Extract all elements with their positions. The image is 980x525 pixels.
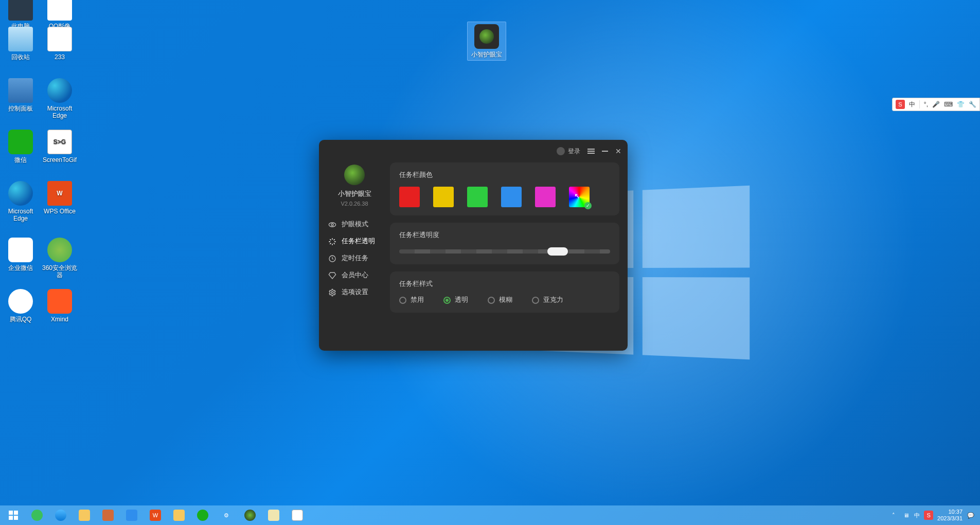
- minimize-button[interactable]: [602, 151, 608, 152]
- swatch-custom[interactable]: ↖ ✓: [569, 187, 590, 207]
- icon-label: Xmind: [51, 316, 68, 323]
- taskbar-app-settings[interactable]: ⚙: [215, 505, 238, 525]
- hamburger-icon: [587, 149, 595, 154]
- ime-floating-bar[interactable]: S 中 °, 🎤 ⌨ 👕 🔧: [892, 98, 980, 111]
- nav-member[interactable]: 会员中心: [324, 267, 385, 284]
- brand: 小智护眼宝 V2.0.26.38: [338, 165, 371, 207]
- nav-eye-mode[interactable]: 护眼模式: [324, 216, 385, 233]
- clock-icon: [328, 255, 336, 263]
- titlebar[interactable]: 登录 ✕: [319, 140, 628, 162]
- icon-label: Microsoft Edge: [1, 208, 40, 223]
- tray-time: 10:37: [937, 509, 963, 515]
- desktop-icon-screentogif[interactable]: S>GScreenToGif: [40, 130, 79, 164]
- desktop-icon-360-browser[interactable]: 360安全浏览器: [40, 238, 79, 279]
- taskbar-app-360[interactable]: [26, 505, 48, 525]
- taskbar-app-blue[interactable]: [120, 505, 143, 525]
- desktop-icon-wechat[interactable]: 微信: [1, 130, 40, 164]
- desktop-icon-wps[interactable]: WWPS Office: [40, 181, 79, 215]
- taskbar-app-wps[interactable]: W: [144, 505, 167, 525]
- taskbar-app-browser[interactable]: [49, 505, 72, 525]
- swatch-red[interactable]: [399, 187, 420, 207]
- desktop-icon-xmind[interactable]: Xmind: [40, 289, 79, 323]
- ime-mic-icon[interactable]: 🎤: [932, 101, 940, 108]
- radio-acrylic[interactable]: 亚克力: [532, 296, 563, 304]
- nav-label: 护眼模式: [342, 220, 368, 229]
- icon-label: 控制面板: [8, 105, 33, 112]
- desktop-icon-recycle-bin[interactable]: 回收站: [1, 27, 40, 61]
- desktop-icon-qq[interactable]: 腾讯QQ: [1, 289, 40, 323]
- login-button[interactable]: 登录: [557, 147, 580, 156]
- ime-keyboard-icon[interactable]: ⌨: [944, 101, 953, 108]
- tray-sogou-icon[interactable]: S: [924, 511, 933, 520]
- icon-label: 微信: [14, 156, 27, 164]
- panel-title: 任务栏样式: [399, 280, 610, 288]
- taskbar-app-doc[interactable]: [262, 505, 285, 525]
- radio-transparent[interactable]: 透明: [443, 296, 468, 304]
- desktop-icon-edge[interactable]: Microsoft Edge: [40, 78, 79, 120]
- windows-icon: [9, 511, 18, 520]
- icon-label: ScreenToGif: [43, 156, 77, 164]
- taskbar-app-explorer[interactable]: [73, 505, 96, 525]
- taskbar-app-window[interactable]: [286, 505, 309, 525]
- nav-label: 会员中心: [342, 271, 368, 280]
- panel-style: 任务栏样式 禁用 透明 模糊: [390, 271, 619, 313]
- gear-icon: [328, 288, 336, 297]
- taskbar-app-wechat[interactable]: [191, 505, 214, 525]
- radio-dot-icon: [443, 297, 451, 304]
- svg-point-1: [331, 224, 333, 226]
- app-name: 小智护眼宝: [338, 189, 371, 198]
- icon-label: 企业微信: [8, 264, 33, 271]
- swatch-yellow[interactable]: [433, 187, 454, 207]
- taskbar-app-eyecare[interactable]: [239, 505, 261, 525]
- avatar-icon: [557, 147, 565, 155]
- desktop-icon-control-panel[interactable]: 控制面板: [1, 78, 40, 112]
- icon-label: 小智护眼宝: [471, 51, 502, 58]
- taskbar-app-image[interactable]: [97, 505, 119, 525]
- ime-lang[interactable]: 中: [909, 100, 915, 109]
- icon-label: 腾讯QQ: [10, 316, 32, 323]
- start-button[interactable]: [2, 505, 25, 525]
- icon-label: WPS Office: [44, 208, 76, 215]
- tray-chevron-up-icon[interactable]: ˄: [889, 511, 898, 519]
- tray-clock[interactable]: 10:37 2023/3/31: [937, 509, 963, 521]
- swatch-green[interactable]: [467, 187, 488, 207]
- ime-punct-icon[interactable]: °,: [924, 101, 928, 108]
- nav-label: 定时任务: [342, 254, 368, 263]
- radio-dot-icon: [532, 297, 539, 304]
- menu-button[interactable]: [587, 149, 595, 154]
- desktop-icon-edge2[interactable]: Microsoft Edge: [1, 181, 40, 223]
- sparkle-icon: [328, 238, 336, 246]
- tray-ime-lang[interactable]: 中: [914, 512, 920, 519]
- radio-blur[interactable]: 模糊: [488, 296, 512, 304]
- svg-point-3: [331, 292, 333, 294]
- nav-timer[interactable]: 定时任务: [324, 250, 385, 267]
- taskbar[interactable]: W ⚙ ˄ 🖥 中 S 10:37 2023/3/31 💬: [0, 505, 980, 525]
- close-button[interactable]: ✕: [615, 147, 621, 155]
- system-tray[interactable]: ˄ 🖥 中 S 10:37 2023/3/31 💬: [889, 509, 978, 521]
- opacity-slider[interactable]: [399, 247, 610, 256]
- svg-point-0: [329, 223, 335, 227]
- radio-dot-icon: [488, 297, 495, 304]
- nav-settings[interactable]: 选项设置: [324, 284, 385, 301]
- desktop-icon-textfile[interactable]: 233: [40, 27, 79, 61]
- ime-skin-icon[interactable]: 👕: [957, 101, 965, 108]
- tray-network-icon[interactable]: 🖥: [902, 511, 910, 519]
- content-area: 任务栏颜色 ↖ ✓ 任务栏透明度: [390, 162, 628, 351]
- login-label: 登录: [568, 147, 580, 156]
- ime-tool-icon[interactable]: 🔧: [969, 101, 976, 108]
- swatch-magenta[interactable]: [535, 187, 556, 207]
- tray-notifications-icon[interactable]: 💬: [967, 511, 975, 519]
- radio-disabled[interactable]: 禁用: [399, 296, 424, 304]
- nav-taskbar-transparent[interactable]: 任务栏透明: [324, 233, 385, 250]
- close-icon: ✕: [615, 147, 621, 155]
- app-window: 登录 ✕ 小智护眼宝 V2.0.26.38 护眼模式: [319, 140, 628, 351]
- swatch-blue[interactable]: [501, 187, 522, 207]
- desktop-icon-app-selected[interactable]: 小智护眼宝: [467, 22, 506, 61]
- slider-thumb[interactable]: [547, 247, 568, 256]
- desktop-icon-enterprise-wechat[interactable]: 企业微信: [1, 238, 40, 271]
- desktop-icon-computer[interactable]: 此电脑: [1, 0, 40, 30]
- minimize-icon: [602, 151, 608, 152]
- radio-label: 模糊: [499, 296, 512, 304]
- desktop-icon-qqimage[interactable]: QQ影像: [40, 0, 79, 30]
- taskbar-app-folder[interactable]: [168, 505, 190, 525]
